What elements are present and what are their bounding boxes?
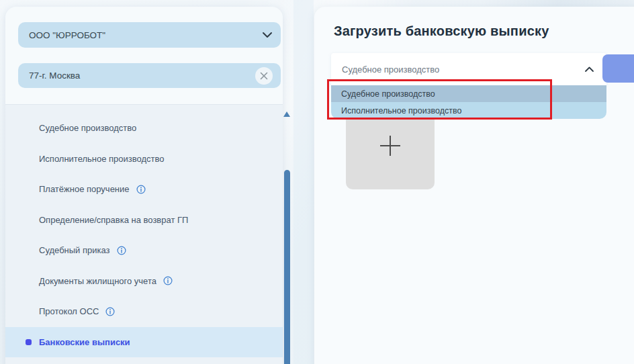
sidebar-item-bank-statements[interactable]: Банковские выписки bbox=[5, 327, 283, 358]
sidebar-item-label: Судебный приказ bbox=[39, 245, 110, 255]
active-item-bullet bbox=[26, 339, 32, 345]
clear-region-button[interactable] bbox=[255, 67, 273, 85]
sidebar-item-label: Банковские выписки bbox=[39, 337, 130, 347]
info-icon[interactable] bbox=[136, 185, 146, 194]
info-icon[interactable] bbox=[117, 246, 126, 255]
company-select[interactable]: ООО "ЮРРОБОТ" bbox=[18, 22, 281, 48]
company-select-value: ООО "ЮРРОБОТ" bbox=[29, 30, 262, 40]
sidebar-item-label: Определение/справка на возврат ГП bbox=[39, 215, 188, 225]
region-field[interactable]: 77-г. Москва bbox=[18, 63, 281, 88]
info-icon[interactable] bbox=[163, 276, 173, 285]
statement-type-value: Судебное производство bbox=[342, 64, 584, 75]
sidebar-item-court-proceedings[interactable]: Судебное производство bbox=[5, 113, 283, 144]
sidebar-item-housing-registration-docs[interactable]: Документы жилищного учета bbox=[5, 266, 283, 297]
scroll-up-arrow-icon[interactable] bbox=[283, 111, 290, 117]
region-field-value: 77-г. Москва bbox=[29, 71, 255, 81]
chevron-up-icon bbox=[584, 66, 594, 73]
sidebar-item-label: Документы жилищного учета bbox=[39, 276, 156, 286]
sidebar-item-label: Протокол ОСС bbox=[39, 306, 99, 316]
document-type-list: Судебное производство Исполнительное про… bbox=[5, 104, 283, 364]
sidebar-item-label: Судебное производство bbox=[39, 123, 136, 133]
sidebar-item-enforcement-proceedings[interactable]: Исполнительное производство bbox=[5, 144, 283, 175]
background-strip bbox=[293, 0, 314, 364]
plus-icon bbox=[379, 135, 401, 156]
statement-type-select[interactable]: Судебное производство bbox=[331, 53, 606, 85]
sidebar-item-court-order[interactable]: Судебный приказ bbox=[5, 235, 283, 266]
close-icon bbox=[260, 72, 268, 80]
page-title: Загрузить банковскую выписку bbox=[334, 24, 549, 39]
upload-action-button[interactable] bbox=[602, 54, 634, 83]
sidebar-item-label: Исполнительное производство bbox=[39, 154, 165, 164]
option-court-proceedings[interactable]: Судебное производство bbox=[331, 85, 606, 102]
option-enforcement-proceedings[interactable]: Исполнительное производство bbox=[331, 102, 606, 119]
sidebar-item-oss-protocol[interactable]: Протокол ОСС bbox=[5, 296, 283, 327]
sidebar-scrollbar-thumb[interactable] bbox=[284, 170, 290, 364]
sidebar-panel: ООО "ЮРРОБОТ" 77-г. Москва Судебное прои… bbox=[5, 7, 283, 364]
sidebar-item-gp-refund-certificate[interactable]: Определение/справка на возврат ГП bbox=[5, 205, 283, 236]
sidebar-item-payment-order[interactable]: Платёжное поручение bbox=[5, 174, 283, 205]
info-icon[interactable] bbox=[105, 307, 115, 316]
chevron-down-icon bbox=[262, 32, 273, 38]
sidebar-item-label: Платёжное поручение bbox=[39, 184, 130, 194]
